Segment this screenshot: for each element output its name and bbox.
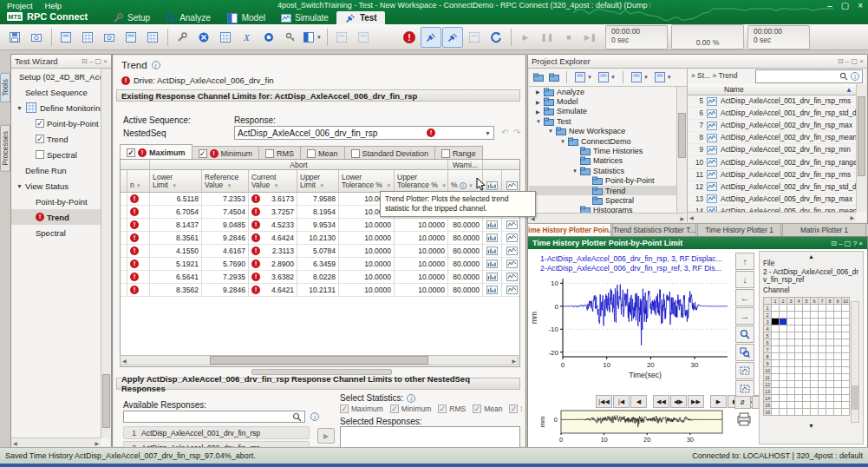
cell-5[interactable]: 10.0000	[395, 219, 448, 232]
matrix-cell[interactable]	[780, 395, 787, 402]
info-icon[interactable]: i	[851, 72, 859, 81]
statistic-check-maximum[interactable]: Maximum	[340, 405, 383, 413]
matrix-cell[interactable]	[787, 388, 795, 395]
matrix-cell[interactable]	[819, 319, 826, 326]
statistic-check-mean[interactable]: Mean	[473, 405, 502, 413]
cell-6[interactable]: 80.0000	[448, 219, 483, 232]
matrix-cell[interactable]	[826, 312, 834, 319]
explorer-item-matrices[interactable]: Matrices	[529, 156, 676, 166]
matrix-cell[interactable]	[795, 409, 803, 416]
cell-3[interactable]: 8.1954	[297, 206, 339, 219]
matrix-cell[interactable]	[811, 353, 819, 360]
nav-fast-right-button[interactable]: ▶▶	[688, 395, 704, 408]
explorer-item-histograms[interactable]: Histograms	[529, 206, 676, 213]
cell-0[interactable]: 4.1550	[150, 245, 202, 258]
matrix-cell[interactable]	[842, 346, 850, 353]
matrix-cell[interactable]	[834, 353, 842, 360]
matrix-cell[interactable]	[834, 395, 842, 402]
matrix-cell[interactable]	[834, 409, 842, 416]
channel-list-item[interactable]: 12ActDisp_AxleAccel_002_drv_fin_rsp_std_…	[688, 181, 856, 194]
row-header[interactable]: 15	[764, 402, 772, 409]
wizard-item-define-run[interactable]: Define Run	[11, 162, 111, 178]
matrix-cell[interactable]	[842, 409, 850, 416]
wizard-item-point-by-point[interactable]: Point-by-Point	[11, 194, 111, 209]
wizard-item-view-status[interactable]: ▼View Status	[11, 178, 111, 194]
import-button[interactable]	[547, 71, 561, 83]
matrix-cell[interactable]	[819, 409, 826, 416]
menu-help[interactable]: Help	[45, 1, 62, 11]
explorer-item-connectdemo[interactable]: ▼ConnectDemo	[529, 136, 676, 146]
matrix-cell[interactable]	[795, 381, 803, 388]
matrix-cell[interactable]	[772, 367, 780, 374]
time-history-chart[interactable]: 10 0 -10 -20 0 10 20 30Time(sec)mm	[530, 273, 734, 395]
ribbon-tab-setup[interactable]: Setup	[104, 11, 158, 24]
cell-6[interactable]: 80.0000	[448, 284, 483, 297]
matrix-cell[interactable]	[826, 374, 834, 381]
checkbox[interactable]	[36, 119, 44, 128]
matrix-cell[interactable]	[819, 395, 826, 402]
pan-down-button[interactable]: ↓	[735, 271, 754, 288]
explorer-item-test[interactable]: ▼Test	[529, 116, 676, 126]
matrix-cell[interactable]	[803, 381, 811, 388]
matrix-cell[interactable]	[772, 339, 780, 346]
matrix-cell[interactable]	[811, 367, 819, 374]
matrix-cell[interactable]	[803, 388, 811, 395]
statistic-check-minimum[interactable]: Minimum	[390, 405, 431, 413]
expander-icon[interactable]: ▼	[560, 139, 565, 144]
explorer-item-trend[interactable]: Trend	[529, 186, 676, 195]
cell-5[interactable]: 10.0000	[395, 245, 448, 258]
checkbox[interactable]	[36, 150, 44, 159]
matrix-cell[interactable]	[826, 346, 834, 353]
history-plotter-button[interactable]	[483, 271, 502, 284]
new-document-button[interactable]: ▼	[596, 69, 617, 85]
channel-list-item[interactable]: 14ActDisp_AxleAccel_005_drv_fin_rsp_mean	[688, 206, 856, 212]
statistic-check-rms[interactable]: RMS	[438, 405, 466, 413]
row-header[interactable]: 8	[764, 353, 772, 360]
minimize-icon[interactable]: –	[827, 1, 832, 10]
cell-5[interactable]: 10.0000	[395, 232, 448, 245]
panel-controls[interactable]: ⊡ – ▢ ? ×	[831, 240, 863, 247]
window-cascade-button[interactable]: ▼	[652, 69, 674, 85]
matrix-cell[interactable]	[787, 360, 795, 367]
matrix-cell[interactable]	[772, 402, 780, 409]
matrix-cell[interactable]	[795, 305, 803, 312]
matrix-cell[interactable]	[787, 312, 795, 319]
matrix-cell[interactable]	[803, 305, 811, 312]
matrix-cell[interactable]	[826, 395, 834, 402]
col-header[interactable]: 5	[803, 298, 811, 305]
info-icon[interactable]: i	[310, 412, 319, 421]
cell-5[interactable]: 10.0000	[395, 258, 448, 271]
col-header[interactable]: 7	[819, 298, 826, 305]
matrix-cell[interactable]	[795, 402, 803, 409]
window-layout-button[interactable]: ▼	[629, 69, 650, 85]
checkbox[interactable]	[351, 149, 360, 158]
matrix-cell[interactable]	[811, 374, 819, 381]
cell-1[interactable]: 4.6167	[202, 245, 249, 258]
matrix-cell[interactable]	[795, 319, 803, 326]
matrix-cell[interactable]	[811, 326, 819, 332]
matrix-cell[interactable]	[780, 305, 787, 312]
cell-1[interactable]: 9.2846	[202, 232, 249, 245]
history-plotter-button[interactable]	[483, 245, 502, 258]
ribbon-tab-analyze[interactable]: Analyze	[158, 11, 219, 24]
row-header[interactable]: 6	[764, 339, 772, 346]
matrix-cell[interactable]	[772, 319, 780, 326]
connect-all-button[interactable]	[442, 27, 463, 48]
history-plotter-button[interactable]	[483, 284, 502, 297]
statistic-check-standard-deviatic[interactable]: Standard Deviatic	[509, 405, 522, 413]
redo-button[interactable]	[353, 27, 374, 48]
expander-icon[interactable]: ▼	[548, 128, 553, 134]
matrix-cell[interactable]	[834, 374, 842, 381]
channel-list-item[interactable]: 8ActDisp_AxleAccel_002_drv_fin_rsp_mean	[688, 132, 856, 144]
channel-list-item[interactable]: 10ActDisp_AxleAccel_002_drv_fin_rsp_rang…	[688, 156, 856, 168]
checkbox[interactable]	[265, 149, 274, 158]
cell-0[interactable]: 6.7054	[150, 206, 202, 219]
matrix-cell[interactable]	[787, 374, 795, 381]
test-wizard-hscrollbar[interactable]: ◀▶	[11, 437, 101, 447]
pan-right-button[interactable]: →	[735, 307, 754, 325]
play-button[interactable]: ▶	[515, 27, 536, 48]
col-header[interactable]: 10	[842, 298, 850, 305]
cell-1[interactable]: 9.2846	[202, 284, 249, 297]
stack-traces-button[interactable]: ⇵	[734, 396, 751, 409]
matrix-cell[interactable]	[780, 367, 787, 374]
